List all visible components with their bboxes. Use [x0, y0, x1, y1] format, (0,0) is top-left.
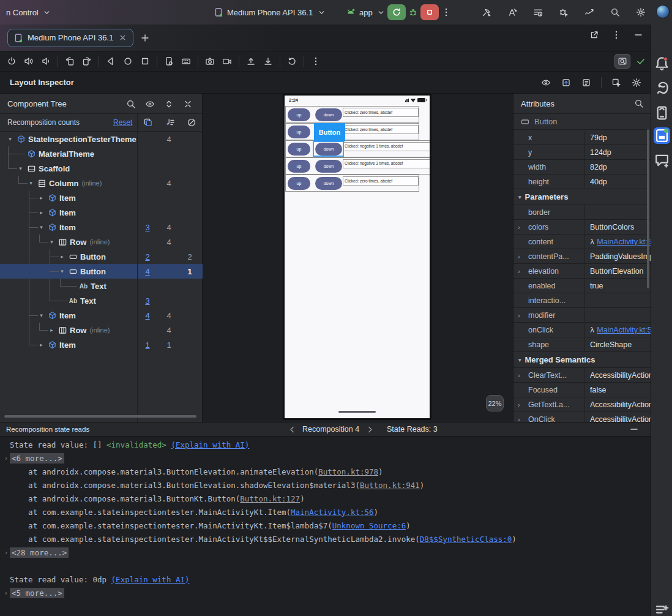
source-location-link[interactable]: MainActivity.kt:57 — [597, 326, 651, 334]
prev-recomposition-button[interactable] — [286, 424, 297, 435]
minimize-panel-button[interactable] — [629, 424, 640, 435]
tree-row[interactable]: ▾StateInspectionTesterTheme4 — [0, 132, 203, 146]
stack-link[interactable]: Button.kt:127 — [240, 494, 300, 503]
tree-row[interactable]: ▸Button22 — [0, 249, 203, 264]
search-icon[interactable] — [633, 98, 644, 109]
debug-icon[interactable] — [408, 7, 419, 18]
chevron-expanded-icon[interactable]: ▾ — [5, 136, 15, 142]
attribute-row[interactable]: x79dp — [513, 130, 651, 145]
expand-all-icon[interactable] — [163, 99, 174, 110]
open-in-window-icon[interactable] — [589, 29, 600, 40]
expander-chevron-icon[interactable]: › — [4, 549, 10, 556]
rotate-left-icon[interactable] — [64, 56, 75, 67]
chevron-collapsed-icon[interactable]: › — [518, 401, 520, 408]
collapse-all-icon[interactable] — [182, 99, 193, 110]
build-run-icon[interactable] — [481, 7, 492, 18]
overview-icon[interactable] — [140, 56, 151, 67]
rotate-right-icon[interactable] — [81, 56, 92, 67]
attribute-row[interactable]: ›GetTextLa...AccessibilityAction — [513, 397, 651, 412]
power-icon[interactable] — [6, 56, 17, 67]
todo-list-icon[interactable] — [532, 7, 543, 18]
copy-counts-icon[interactable] — [143, 117, 154, 128]
search-icon[interactable] — [610, 7, 621, 18]
attribute-row[interactable]: height40dp — [513, 175, 651, 189]
chevron-collapsed-icon[interactable]: › — [518, 223, 520, 231]
up-button[interactable]: up — [288, 160, 310, 173]
recomposition-count-link[interactable]: 3 — [137, 296, 158, 306]
attributes-section-header[interactable]: ▾Parameters — [513, 189, 651, 205]
stack-link[interactable]: (Explain with AI) — [111, 575, 190, 584]
attributes-section-header[interactable]: ▾Merged Semantics — [513, 352, 651, 368]
chevron-collapsed-icon[interactable]: › — [518, 312, 520, 319]
attribute-row[interactable]: ›contentPa...PaddingValuesImpl — [513, 249, 651, 264]
tree-horizontal-scrollbar[interactable] — [4, 415, 196, 418]
expander-chevron-icon[interactable]: › — [4, 590, 10, 596]
screenshot-icon[interactable] — [204, 56, 215, 67]
minimize-icon[interactable] — [633, 29, 644, 40]
attribute-row[interactable]: ›colorsButtonColors — [513, 220, 651, 235]
attribute-row[interactable]: border — [513, 205, 651, 220]
chevron-collapsed-icon[interactable]: › — [518, 253, 520, 260]
rerun-button[interactable] — [387, 4, 406, 20]
attribute-row[interactable]: shapeCircleShape — [513, 337, 651, 352]
tree-row[interactable]: AbText3 — [0, 293, 203, 308]
stack-expander[interactable]: <28 more...> — [10, 547, 69, 558]
virtual-keyboard-icon[interactable] — [181, 56, 192, 67]
expander-chevron-icon[interactable]: › — [4, 455, 10, 462]
recomposition-count-link[interactable]: 4 — [137, 267, 158, 276]
layer-list-icon[interactable] — [581, 77, 592, 88]
stop-button[interactable] — [420, 4, 439, 20]
volume-down-icon[interactable] — [40, 56, 51, 67]
sidebar-item-gradle[interactable] — [654, 80, 670, 97]
tree-row[interactable]: ▸Item11 — [0, 337, 203, 352]
tree-row[interactable]: ▾Button41 — [0, 264, 203, 279]
recomposition-count-link[interactable]: 1 — [137, 340, 158, 350]
attributes-scrollbar[interactable] — [647, 129, 649, 288]
sidebar-item-device-manager[interactable] — [654, 105, 670, 121]
tree-row[interactable]: ▸Item — [0, 205, 203, 220]
tab-medium-phone[interactable]: Medium Phone API 36.1 — [7, 29, 133, 47]
tree-row[interactable]: ▸Row(inline)4 — [0, 323, 203, 337]
chevron-collapsed-icon[interactable]: › — [518, 372, 520, 379]
snapshots-icon[interactable] — [286, 56, 297, 67]
attribute-row[interactable]: ›elevationButtonElevation — [513, 264, 651, 279]
profile-annotate-icon[interactable] — [507, 7, 518, 18]
more-vertical-icon[interactable] — [611, 29, 622, 40]
attribute-row[interactable]: width82dp — [513, 160, 651, 175]
tree-row[interactable]: AbText — [0, 279, 203, 293]
stack-link[interactable]: Unknown Source:6 — [332, 521, 406, 530]
device-settings-icon[interactable] — [163, 56, 174, 67]
device-selector[interactable]: Medium Phone API 36.1 — [208, 4, 332, 21]
tree-row[interactable]: ▾Scaffold — [0, 161, 203, 176]
attribute-row[interactable]: ›ClearText...AccessibilityAction — [513, 368, 651, 383]
vcs-menu[interactable]: n Control — [1, 4, 58, 21]
back-icon[interactable] — [105, 56, 116, 67]
disable-counts-icon[interactable] — [186, 117, 197, 128]
attribute-row[interactable]: ›OnClickAccessibilityAction — [513, 412, 651, 422]
up-button[interactable]: up — [288, 143, 310, 156]
attribute-row[interactable]: contentλMainActivity.kt:59 — [513, 235, 651, 249]
settings-icon[interactable] — [631, 77, 642, 88]
stack-expander[interactable]: <6 more...> — [10, 453, 64, 464]
screen-record-icon[interactable] — [222, 56, 233, 67]
layout-inspector-toggle-button[interactable] — [614, 54, 630, 69]
tree-row[interactable]: MaterialTheme — [0, 146, 203, 161]
tree-row[interactable]: ▾Item44 — [0, 308, 203, 323]
stack-link[interactable]: MainActivity.kt:56 — [291, 508, 373, 517]
tree-row[interactable]: ▾Item34 — [0, 220, 203, 235]
attribute-row[interactable]: onClickλMainActivity.kt:57 — [513, 323, 651, 337]
close-icon[interactable] — [117, 32, 128, 43]
attribute-row[interactable]: enabledtrue — [513, 279, 651, 293]
attribute-row[interactable]: y124dp — [513, 145, 651, 160]
zoom-level-badge[interactable]: 22% — [486, 395, 504, 411]
check-icon[interactable] — [635, 56, 646, 67]
more-vertical-icon[interactable] — [310, 56, 321, 67]
stack-link[interactable]: Button.kt:941 — [360, 481, 420, 490]
sidebar-item-ai-chat[interactable] — [654, 152, 670, 168]
more-vertical-icon[interactable] — [441, 7, 452, 18]
select-component-icon[interactable] — [611, 77, 622, 88]
reset-counts-link[interactable]: Reset — [113, 118, 132, 127]
up-button[interactable]: up — [288, 177, 310, 190]
chevron-collapsed-icon[interactable]: › — [518, 416, 520, 422]
stack-link[interactable]: Button.kt:978 — [318, 467, 378, 476]
